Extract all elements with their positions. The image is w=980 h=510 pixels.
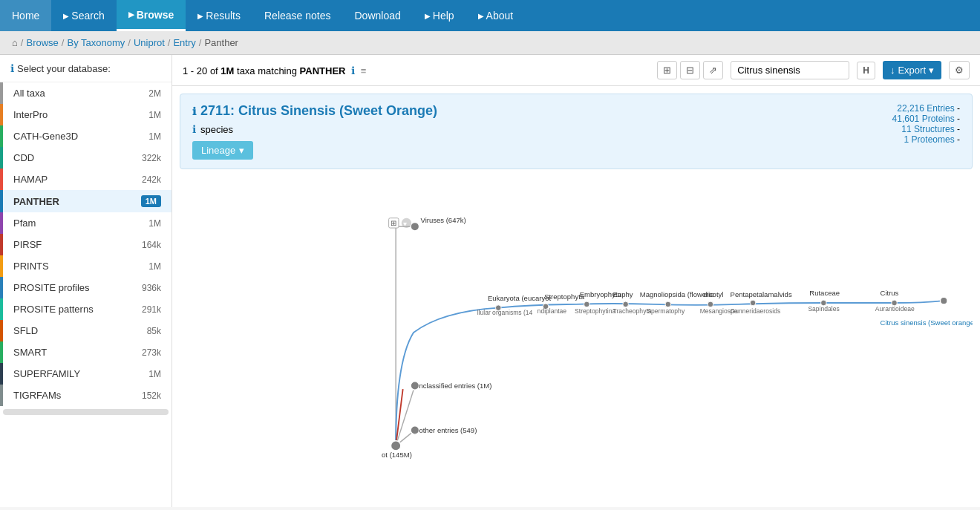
proteomes-link[interactable]: 1 Proteomes <box>904 134 955 145</box>
node-euphy[interactable] <box>623 301 629 307</box>
sidebar-item-count: 1M <box>148 131 161 142</box>
nav-about[interactable]: ▶ About <box>466 0 526 31</box>
sidebar-item-count: 1M <box>148 369 161 379</box>
breadcrumb-entry[interactable]: Entry <box>173 37 195 48</box>
sidebar-scrollbar[interactable] <box>3 409 169 415</box>
settings-icon: ⚙ <box>955 65 964 76</box>
label-rutaceae: Rutaceae <box>809 289 840 297</box>
lineage-button[interactable]: Lineage ▾ <box>192 141 253 160</box>
entry-meta: 22,216 Entries - 41,601 Proteins - 11 St… <box>892 103 960 145</box>
settings-button[interactable]: ⚙ <box>949 61 970 79</box>
sidebar-item-sfld[interactable]: SFLD 85k <box>0 320 172 341</box>
label-citrus-sinensis: Citrus sinensis (Sweet orange) (42k) <box>881 318 973 327</box>
sidebar-item-label: PRINTS <box>13 261 49 272</box>
search-input[interactable] <box>731 61 849 79</box>
sidebar-item-count: 291k <box>142 304 161 315</box>
label-pentapetala: Pentapetalamalvids <box>731 290 792 298</box>
sidebar-item-label: SFLD <box>13 325 38 336</box>
nav-release-notes[interactable]: Release notes <box>252 0 343 31</box>
entry-link[interactable]: 2711: Citrus Sinensis (Sweet Orange) <box>200 103 437 119</box>
grid-large-button[interactable]: ⊞ <box>657 61 677 79</box>
node-unclassified[interactable] <box>411 382 419 390</box>
node-citrus-sinensis[interactable] <box>940 297 947 304</box>
sidebar-item-interpro[interactable]: InterPro 1M <box>0 104 172 125</box>
label-euphy: Euphy <box>613 290 633 298</box>
entries-link[interactable]: 22,216 Entries <box>897 103 954 114</box>
sublabel-streptophyta: ndiplantae <box>538 307 567 315</box>
sidebar-item-cdd[interactable]: CDD 322k <box>0 147 172 169</box>
sublabel-embryophyta: Streptophytina <box>575 307 615 315</box>
sidebar-item-tigrfams[interactable]: TIGRFAMs 152k <box>0 385 172 406</box>
label-dicotyl: dicotyl <box>703 290 723 298</box>
main-layout: ℹ Select your database: All taxa 2M Inte… <box>0 55 980 507</box>
info-icon-rank: ℹ <box>192 123 196 135</box>
nav-download[interactable]: Download <box>343 0 413 31</box>
entry-card: ℹ 2711: Citrus Sinensis (Sweet Orange) ℹ… <box>180 94 973 169</box>
proteins-link[interactable]: 41,601 Proteins <box>892 114 955 124</box>
svg-text:▾: ▾ <box>403 220 407 228</box>
breadcrumb-browse[interactable]: Browse <box>26 37 58 48</box>
sidebar-item-hamap[interactable]: HAMAP 242k <box>0 169 172 190</box>
arrow-icon: ▶ <box>128 10 134 19</box>
structures-link[interactable]: 11 Structures <box>901 124 954 134</box>
sidebar-header: ℹ Select your database: <box>0 55 172 82</box>
label-eukaryota: Eukaryota (eucaryot <box>488 294 552 302</box>
arrow-icon: ▶ <box>63 12 69 20</box>
nav-results[interactable]: ▶ Results <box>186 0 252 31</box>
info-icon-results: ℹ <box>351 65 355 76</box>
label-other: other entries (549) <box>419 426 477 434</box>
nav-help[interactable]: ▶ Help <box>413 0 466 31</box>
entry-row: ℹ 2711: Citrus Sinensis (Sweet Orange) ℹ… <box>192 103 960 160</box>
sidebar-item-label: CDD <box>13 152 34 163</box>
results-header: 1 - 20 of 1M taxa matching PANTHER ℹ ≡ ⊞… <box>172 55 980 86</box>
grid-small-button[interactable]: ⊟ <box>680 61 700 79</box>
view-icons: ⊞ ⊟ ⇗ <box>657 61 723 79</box>
sidebar-item-count: 242k <box>142 174 161 185</box>
sublabel-eukaryota: llular organisms (14 <box>477 309 533 316</box>
nav-search[interactable]: ▶ Search <box>51 0 116 31</box>
sidebar-item-count: 1M <box>141 195 161 207</box>
sublabel-aurantioideae: Aurantioideae <box>875 305 915 313</box>
results-count: 1 - 20 of 1M taxa matching PANTHER ℹ ≡ <box>183 65 650 76</box>
sidebar-item-panther[interactable]: PANTHER 1M <box>0 190 172 212</box>
node-dicotyl[interactable] <box>708 301 713 307</box>
sidebar-item-count: 152k <box>142 390 161 401</box>
entry-title: ℹ 2711: Citrus Sinensis (Sweet Orange) <box>192 103 437 119</box>
node-embryophyta[interactable] <box>584 301 589 307</box>
sidebar-item-label: PANTHER <box>13 196 59 207</box>
svg-text:⊞: ⊞ <box>391 219 396 227</box>
sidebar-item-cath-gene3d[interactable]: CATH-Gene3D 1M <box>0 125 172 147</box>
sidebar: ℹ Select your database: All taxa 2M Inte… <box>0 55 172 507</box>
sidebar-item-prosite-patterns[interactable]: PROSITE patterns 291k <box>0 298 172 320</box>
sidebar-item-smart[interactable]: SMART 273k <box>0 341 172 363</box>
sublabel-tracheophyta: Tracheophyta <box>613 307 652 315</box>
sidebar-item-all-taxa[interactable]: All taxa 2M <box>0 82 172 104</box>
node-viruses[interactable] <box>411 222 419 230</box>
sidebar-item-label: PROSITE patterns <box>13 304 94 315</box>
breadcrumb-uniprot[interactable]: Uniprot <box>134 37 165 48</box>
breadcrumb-by-taxonomy[interactable]: By Taxonomy <box>67 37 125 48</box>
svg-line-2 <box>396 385 415 445</box>
chevron-down-icon-lineage: ▾ <box>239 145 244 156</box>
node-other[interactable] <box>411 426 419 434</box>
export-button[interactable]: ↓ Export ▾ <box>883 61 941 79</box>
sublabel-sapindales: Sapindales <box>808 305 839 313</box>
sidebar-item-pirsf[interactable]: PIRSF 164k <box>0 234 172 255</box>
tree-svg: Eukaryota (eucaryot Streptophyta Embryop… <box>180 184 973 481</box>
download-icon: ↓ <box>890 65 895 76</box>
share-button[interactable]: ⇗ <box>703 61 723 79</box>
nav-browse[interactable]: ▶ Browse <box>117 0 186 31</box>
sidebar-item-count: 322k <box>142 153 161 163</box>
sidebar-item-superfamily[interactable]: SUPERFAMILY 1M <box>0 363 172 385</box>
node-magnoliopsida[interactable] <box>665 301 671 307</box>
breadcrumb-panther: Panther <box>204 37 238 48</box>
node-root[interactable] <box>391 441 400 451</box>
breadcrumb: ⌂ / Browse / By Taxonomy / Uniprot / Ent… <box>0 31 980 55</box>
sidebar-item-prints[interactable]: PRINTS 1M <box>0 255 172 277</box>
label-unclassified: nclassified entries (1M) <box>419 382 492 390</box>
highlight-button[interactable]: H <box>857 62 875 79</box>
sidebar-item-prosite-profiles[interactable]: PROSITE profiles 936k <box>0 277 172 298</box>
nav-home[interactable]: Home <box>0 0 51 31</box>
sidebar-item-pfam[interactable]: Pfam 1M <box>0 212 172 234</box>
node-pentapetala[interactable] <box>750 300 756 306</box>
